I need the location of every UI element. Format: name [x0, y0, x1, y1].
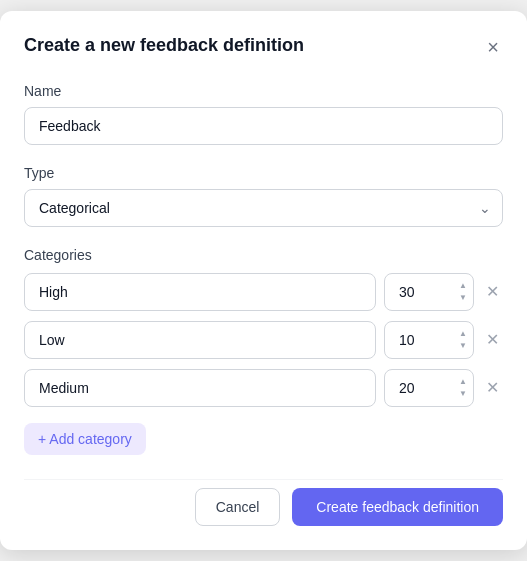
remove-category-high[interactable]: ✕	[482, 280, 503, 304]
type-select[interactable]: Categorical Numerical Binary	[24, 189, 503, 227]
add-category-button[interactable]: + Add category	[24, 423, 146, 455]
category-name-input-high[interactable]	[24, 273, 376, 311]
spinner-down-medium[interactable]: ▼	[458, 389, 468, 399]
name-input[interactable]	[24, 107, 503, 145]
type-select-wrapper: Categorical Numerical Binary ⌄	[24, 189, 503, 227]
modal-title: Create a new feedback definition	[24, 35, 304, 56]
number-spinners-medium: ▲ ▼	[458, 377, 468, 399]
cancel-button[interactable]: Cancel	[195, 488, 281, 526]
name-label: Name	[24, 83, 503, 99]
spinner-down-low[interactable]: ▼	[458, 341, 468, 351]
category-name-input-medium[interactable]	[24, 369, 376, 407]
category-number-wrapper-high: ▲ ▼	[384, 273, 474, 311]
category-number-wrapper-low: ▲ ▼	[384, 321, 474, 359]
close-button[interactable]: ×	[483, 35, 503, 59]
create-feedback-modal: Create a new feedback definition × Name …	[0, 11, 527, 550]
category-row-low: ▲ ▼ ✕	[24, 321, 503, 359]
number-spinners-high: ▲ ▼	[458, 281, 468, 303]
remove-category-medium[interactable]: ✕	[482, 376, 503, 400]
number-spinners-low: ▲ ▼	[458, 329, 468, 351]
create-feedback-button[interactable]: Create feedback definition	[292, 488, 503, 526]
modal-footer: Cancel Create feedback definition	[24, 479, 503, 526]
category-row-medium: ▲ ▼ ✕	[24, 369, 503, 407]
type-label: Type	[24, 165, 503, 181]
category-name-input-low[interactable]	[24, 321, 376, 359]
category-number-wrapper-medium: ▲ ▼	[384, 369, 474, 407]
category-row-high: ▲ ▼ ✕	[24, 273, 503, 311]
remove-category-low[interactable]: ✕	[482, 328, 503, 352]
spinner-up-medium[interactable]: ▲	[458, 377, 468, 387]
categories-section: Categories ▲ ▼ ✕ ▲ ▼ ✕	[24, 247, 503, 407]
modal-header: Create a new feedback definition ×	[24, 35, 503, 59]
name-field-group: Name	[24, 83, 503, 145]
spinner-down-high[interactable]: ▼	[458, 293, 468, 303]
type-field-group: Type Categorical Numerical Binary ⌄	[24, 165, 503, 227]
spinner-up-high[interactable]: ▲	[458, 281, 468, 291]
categories-label: Categories	[24, 247, 503, 263]
spinner-up-low[interactable]: ▲	[458, 329, 468, 339]
